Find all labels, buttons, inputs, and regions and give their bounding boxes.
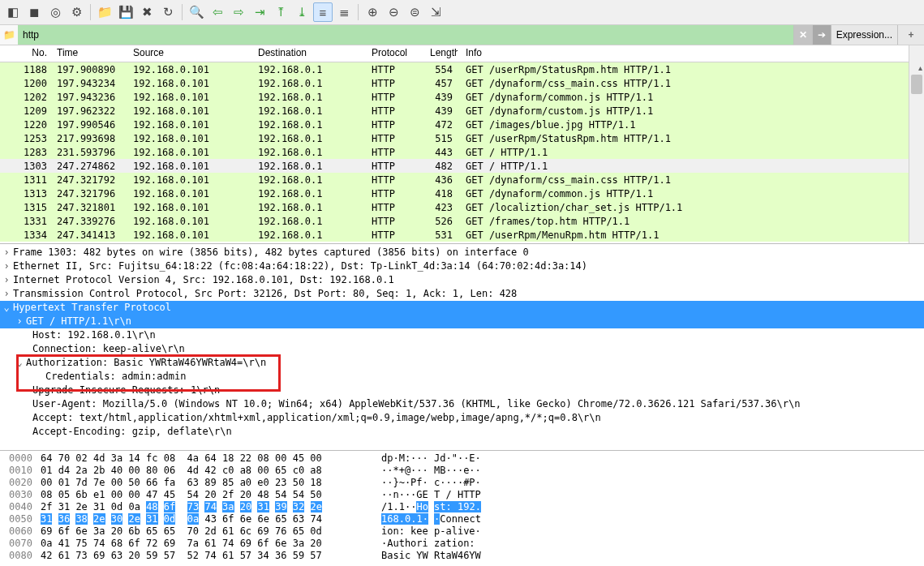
- color-tool-icon[interactable]: ◧: [3, 2, 23, 22]
- detail-get[interactable]: ›GET / HTTP/1.1\r\n: [0, 315, 924, 328]
- col-no[interactable]: No.: [0, 45, 52, 62]
- hex-dump-pane[interactable]: 000064 70 02 4d 3a 14 fc 08 4a 64 18 22 …: [0, 451, 924, 566]
- stop-icon[interactable]: ◼: [24, 2, 44, 22]
- hex-row[interactable]: 003008 05 6b e1 00 00 47 45 54 20 2f 20 …: [0, 489, 924, 501]
- detail-http[interactable]: ⌄Hypertext Transfer Protocol: [0, 301, 924, 315]
- autoscroll-icon[interactable]: ≡: [313, 2, 333, 22]
- close-doc-icon[interactable]: ✖: [137, 2, 157, 22]
- detail-host[interactable]: Host: 192.168.0.1\r\n: [0, 328, 924, 342]
- filter-bar: 📁 ✕ ➔ Expression... +: [0, 25, 924, 45]
- table-row[interactable]: 1283231.593796192.168.0.101192.168.0.1HT…: [0, 145, 909, 159]
- jump-icon[interactable]: ⇥: [250, 2, 269, 22]
- column-headers[interactable]: No. Time Source Destination Protocol Len…: [0, 45, 909, 62]
- table-row[interactable]: 1200197.943234192.168.0.101192.168.0.1HT…: [0, 76, 909, 90]
- save-icon[interactable]: 💾: [116, 2, 135, 22]
- detail-accenc[interactable]: Accept-Encoding: gzip, deflate\r\n: [0, 425, 924, 439]
- go-forward-icon[interactable]: ⇨: [229, 2, 248, 22]
- packet-rows[interactable]: 1188197.900890192.168.0.101192.168.0.1HT…: [0, 62, 909, 243]
- table-row[interactable]: 1220197.990546192.168.0.101192.168.0.1HT…: [0, 118, 909, 131]
- scrollbar[interactable]: ▴: [909, 45, 924, 243]
- clear-filter-button[interactable]: ✕: [793, 25, 812, 45]
- packet-details-pane[interactable]: ›Frame 1303: 482 bytes on wire (3856 bit…: [0, 244, 924, 451]
- resize-cols-icon[interactable]: ⇲: [426, 2, 445, 22]
- gear-icon[interactable]: ⚙: [67, 2, 86, 22]
- autoscroll2-icon[interactable]: ≣: [334, 2, 354, 22]
- reload-icon[interactable]: ↻: [158, 2, 178, 22]
- zoom-out-icon[interactable]: ⊖: [384, 2, 403, 22]
- add-filter-button[interactable]: +: [897, 25, 924, 45]
- detail-credentials[interactable]: Credentials: admin:admin: [0, 370, 924, 384]
- detail-accept[interactable]: Accept: text/html,application/xhtml+xml,…: [0, 411, 924, 425]
- table-row[interactable]: 1209197.962322192.168.0.101192.168.0.1HT…: [0, 104, 909, 118]
- hex-row[interactable]: 000064 70 02 4d 3a 14 fc 08 4a 64 18 22 …: [0, 452, 924, 465]
- table-row[interactable]: 1331247.339276192.168.0.101192.168.0.1HT…: [0, 214, 909, 228]
- col-dst[interactable]: Destination: [253, 45, 367, 62]
- hex-row[interactable]: 002000 01 7d 7e 00 50 66 fa 63 89 85 a0 …: [0, 477, 924, 489]
- hex-row[interactable]: 00402f 31 2e 31 0d 0a 48 6f 73 74 3a 20 …: [0, 501, 924, 513]
- detail-ua[interactable]: User-Agent: Mozilla/5.0 (Windows NT 10.0…: [0, 397, 924, 411]
- main-toolbar: ◧ ◼ ◎ ⚙ 📁 💾 ✖ ↻ 🔍 ⇦ ⇨ ⇥ ⤒ ⤓ ≡ ≣ ⊕ ⊖ ⊜ ⇲: [0, 0, 924, 25]
- scroll-up-icon[interactable]: ▴: [918, 63, 922, 72]
- detail-conn[interactable]: Connection: keep-alive\r\n: [0, 342, 924, 356]
- packet-list-pane: No. Time Source Destination Protocol Len…: [0, 45, 924, 244]
- detail-frame[interactable]: ›Frame 1303: 482 bytes on wire (3856 bit…: [0, 246, 924, 259]
- hex-row[interactable]: 005031 36 38 2e 30 2e 31 0d 0a 43 6f 6e …: [0, 513, 924, 525]
- col-time[interactable]: Time: [52, 45, 128, 62]
- apply-filter-button[interactable]: ➔: [812, 25, 831, 45]
- toolbar-separator: [358, 4, 359, 20]
- toolbar-separator: [182, 4, 183, 20]
- detail-auth[interactable]: ⌄Authorization: Basic YWRtaW46YWRtaW4=\r…: [0, 356, 924, 370]
- display-filter-input[interactable]: [18, 25, 793, 45]
- table-row[interactable]: 1253217.993698192.168.0.101192.168.0.1HT…: [0, 131, 909, 145]
- table-row[interactable]: 1334247.341413192.168.0.101192.168.0.1HT…: [0, 228, 909, 242]
- col-proto[interactable]: Protocol: [367, 45, 425, 62]
- find-icon[interactable]: 🔍: [187, 2, 206, 22]
- zoom-reset-icon[interactable]: ⊜: [405, 2, 424, 22]
- detail-upgrade[interactable]: Upgrade-Insecure-Requests: 1\r\n: [0, 384, 924, 397]
- col-src[interactable]: Source: [128, 45, 253, 62]
- hex-row[interactable]: 00700a 41 75 74 68 6f 72 69 7a 61 74 69 …: [0, 538, 924, 550]
- expression-button[interactable]: Expression...: [831, 25, 897, 45]
- table-row[interactable]: 1313247.321796192.168.0.101192.168.0.1HT…: [0, 187, 909, 200]
- hex-row[interactable]: 008042 61 73 69 63 20 59 57 52 74 61 57 …: [0, 550, 924, 562]
- detail-ip[interactable]: ›Internet Protocol Version 4, Src: 192.1…: [0, 273, 924, 287]
- table-row[interactable]: 1188197.900890192.168.0.101192.168.0.1HT…: [0, 62, 909, 76]
- scroll-thumb[interactable]: [911, 75, 922, 94]
- zoom-in-icon[interactable]: ⊕: [363, 2, 382, 22]
- go-first-icon[interactable]: ⤒: [271, 2, 290, 22]
- bookmark-icon[interactable]: 📁: [0, 25, 18, 45]
- table-row[interactable]: 1315247.321801192.168.0.101192.168.0.1HT…: [0, 200, 909, 214]
- detail-tcp[interactable]: ›Transmission Control Protocol, Src Port…: [0, 287, 924, 301]
- target-icon[interactable]: ◎: [45, 2, 65, 22]
- col-len[interactable]: Length: [425, 45, 458, 62]
- hex-row[interactable]: 006069 6f 6e 3a 20 6b 65 65 70 2d 61 6c …: [0, 525, 924, 538]
- hex-row[interactable]: 001001 d4 2a 2b 40 00 80 06 4d 42 c0 a8 …: [0, 465, 924, 477]
- open-icon[interactable]: 📁: [95, 2, 114, 22]
- detail-eth[interactable]: ›Ethernet II, Src: Fujitsu_64:18:22 (fc:…: [0, 259, 924, 273]
- go-back-icon[interactable]: ⇦: [208, 2, 227, 22]
- col-info[interactable]: Info: [458, 45, 909, 62]
- go-last-icon[interactable]: ⤓: [292, 2, 312, 22]
- table-row[interactable]: 1303247.274862192.168.0.101192.168.0.1HT…: [0, 159, 909, 173]
- toolbar-separator: [90, 4, 91, 20]
- table-row[interactable]: 1311247.321792192.168.0.101192.168.0.1HT…: [0, 173, 909, 187]
- table-row[interactable]: 1202197.943236192.168.0.101192.168.0.1HT…: [0, 90, 909, 104]
